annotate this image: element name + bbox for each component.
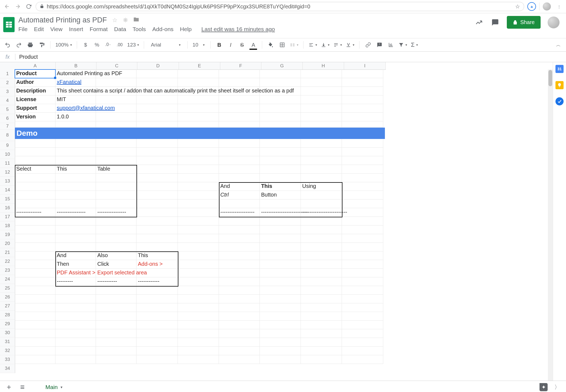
menu-addons[interactable]: Add-ons <box>152 26 174 32</box>
decrease-decimal-icon[interactable]: .0← <box>105 41 112 49</box>
profile-avatar[interactable] <box>543 2 551 11</box>
row-5[interactable]: 5 <box>0 105 15 114</box>
add-sheet-button[interactable]: + <box>5 383 13 391</box>
reload-icon[interactable] <box>25 3 32 10</box>
last-edit-link[interactable]: Last edit was 16 minutes ago <box>201 26 275 32</box>
omnibox[interactable]: https://docs.google.com/spreadsheets/d/1… <box>36 2 524 11</box>
row-21[interactable]: 21 <box>0 248 15 257</box>
select-all-corner[interactable] <box>0 62 15 70</box>
menu-file[interactable]: File <box>18 26 28 32</box>
star-doc-icon[interactable]: ☆ <box>112 17 118 24</box>
row-20[interactable]: 20 <box>0 239 15 248</box>
row-7[interactable]: 7 <box>0 123 15 129</box>
row-26[interactable]: 26 <box>0 293 15 302</box>
col-F[interactable]: F <box>220 62 261 69</box>
activity-icon[interactable] <box>474 18 484 27</box>
row-9[interactable]: 9 <box>0 141 15 150</box>
cell-A6[interactable]: Version <box>15 113 58 123</box>
col-E[interactable]: E <box>179 62 220 69</box>
comments-icon[interactable] <box>491 18 500 27</box>
row-15[interactable]: 15 <box>0 195 15 204</box>
side-panel-toggle-icon[interactable]: 〉 <box>553 383 561 391</box>
menu-tools[interactable]: Tools <box>133 26 146 32</box>
cell-B25[interactable]: --------- <box>55 277 99 288</box>
text-rotation-select[interactable]: ▾ <box>346 42 354 48</box>
zoom-select[interactable]: 100%▾ <box>55 42 72 48</box>
insert-comment-icon[interactable] <box>376 41 383 49</box>
format-more-select[interactable]: 123▾ <box>127 42 139 48</box>
format-percent-icon[interactable]: % <box>93 41 101 49</box>
redo-icon[interactable] <box>15 41 23 49</box>
cell-H14[interactable]: Using <box>301 182 345 192</box>
format-currency-icon[interactable]: $ <box>82 41 89 49</box>
doc-title[interactable]: Automated Printing as PDF <box>18 16 107 24</box>
col-B[interactable]: B <box>56 62 96 69</box>
col-H[interactable]: H <box>303 62 344 69</box>
merge-cells-select[interactable]: ▾ <box>290 42 298 48</box>
row-34[interactable]: 34 <box>0 364 15 373</box>
fill-color-icon[interactable] <box>267 41 275 49</box>
row-33[interactable]: 33 <box>0 355 15 364</box>
row-16[interactable]: 16 <box>0 204 15 212</box>
col-C[interactable]: C <box>96 62 137 69</box>
row-2[interactable]: 2 <box>0 78 15 87</box>
star-icon[interactable]: ☆ <box>515 3 520 10</box>
increase-decimal-icon[interactable]: .00 <box>116 41 124 49</box>
fill-handle[interactable] <box>54 77 56 79</box>
row-25[interactable]: 25 <box>0 284 15 293</box>
tasks-icon[interactable] <box>555 97 564 105</box>
col-A[interactable]: A <box>15 62 56 69</box>
h-align-select[interactable]: ▾ <box>308 42 317 48</box>
cell-G15[interactable]: Button <box>260 191 304 201</box>
calendar-icon[interactable]: 31 <box>555 65 564 73</box>
tab-menu-caret-icon[interactable]: ▾ <box>61 385 62 389</box>
vertical-scrollbar[interactable] <box>548 69 553 381</box>
cell-H17[interactable]: ------------------------- <box>301 208 349 218</box>
font-family-select[interactable]: Arial▾ <box>149 42 182 48</box>
col-G[interactable]: G <box>261 62 303 69</box>
vertical-scroll-thumb[interactable] <box>548 70 552 86</box>
keep-icon[interactable] <box>555 81 564 89</box>
strikethrough-button[interactable]: S <box>238 41 246 49</box>
row-30[interactable]: 30 <box>0 328 15 337</box>
cell-C17[interactable]: ---------------- <box>96 208 139 218</box>
bold-button[interactable]: B <box>215 41 223 49</box>
menu-insert[interactable]: Insert <box>69 26 83 32</box>
row-22[interactable]: 22 <box>0 257 15 266</box>
row-8[interactable]: 8 <box>0 129 15 141</box>
row-24[interactable]: 24 <box>0 275 15 284</box>
cell-B6[interactable]: 1.0.0 <box>55 113 99 123</box>
row-10[interactable]: 10 <box>0 150 15 159</box>
row-6[interactable]: 6 <box>0 114 15 123</box>
print-icon[interactable] <box>26 41 34 49</box>
user-avatar[interactable] <box>548 16 560 28</box>
cell-A12[interactable]: Select <box>15 165 58 175</box>
row-23[interactable]: 23 <box>0 266 15 275</box>
spreadsheet-grid[interactable]: A B C D E F G H I 1234567891011121314151… <box>0 62 553 381</box>
move-folder-icon[interactable] <box>133 16 139 24</box>
insert-chart-icon[interactable] <box>387 41 395 49</box>
row-4[interactable]: 4 <box>0 96 15 105</box>
functions-select[interactable]: Σ▾ <box>411 41 418 48</box>
back-icon[interactable] <box>3 3 11 10</box>
insert-link-icon[interactable] <box>364 41 372 49</box>
row-14[interactable]: 14 <box>0 186 15 195</box>
row-18[interactable]: 18 <box>0 221 15 230</box>
paint-format-icon[interactable] <box>38 41 45 49</box>
row-12[interactable]: 12 <box>0 168 15 177</box>
forward-icon[interactable] <box>14 3 22 10</box>
menu-help[interactable]: Help <box>180 26 192 32</box>
menu-view[interactable]: View <box>50 26 62 32</box>
col-D[interactable]: D <box>137 62 179 69</box>
chrome-menu-icon[interactable]: ⋮ <box>555 3 563 10</box>
borders-icon[interactable] <box>278 41 286 49</box>
cell-F17[interactable]: ------------------- <box>219 208 262 218</box>
menu-format[interactable]: Format <box>90 26 108 32</box>
cell-B12[interactable]: This <box>55 165 99 175</box>
tab-main[interactable]: Main ▾ <box>40 381 68 392</box>
row-32[interactable]: 32 <box>0 346 15 355</box>
font-size-select[interactable]: 10▾ <box>192 42 205 48</box>
menu-data[interactable]: Data <box>114 26 126 32</box>
row-19[interactable]: 19 <box>0 230 15 239</box>
row-29[interactable]: 29 <box>0 320 15 328</box>
